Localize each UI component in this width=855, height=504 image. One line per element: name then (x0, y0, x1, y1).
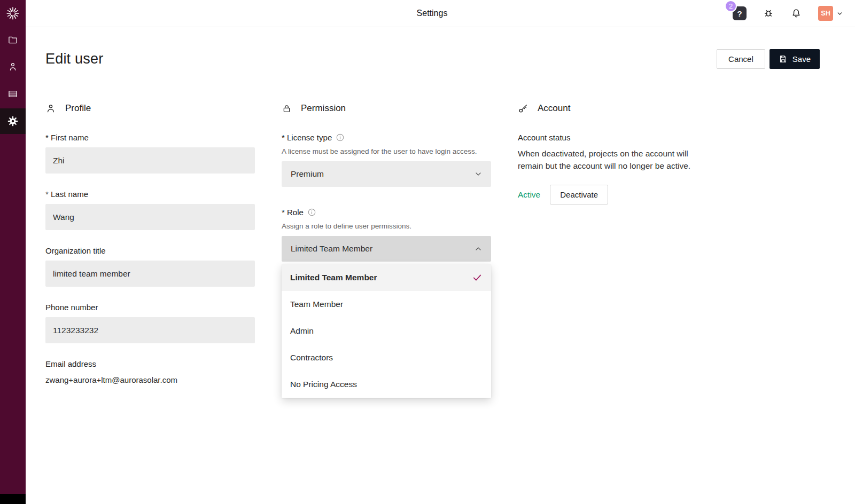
cancel-button-label: Cancel (728, 54, 753, 64)
license-type-select[interactable]: Premium (282, 161, 491, 187)
chevron-up-icon (474, 245, 483, 253)
last-name-input[interactable] (45, 204, 255, 230)
license-type-label: * License type (282, 133, 332, 142)
app: Settings ? 2 (0, 0, 855, 504)
role-value: Limited Team Member (291, 244, 372, 254)
license-type-group: * License type A license must be assigne… (282, 133, 491, 187)
save-button-label: Save (792, 54, 811, 64)
bug-report-button[interactable] (763, 7, 774, 19)
phone-number-label: Phone number (45, 303, 255, 312)
page-head: Edit user Cancel Save (45, 49, 820, 69)
header-actions: ? 2 (733, 6, 843, 21)
sidebar-item-users[interactable] (0, 54, 26, 80)
role-select[interactable]: Limited Team Member (282, 236, 491, 262)
bug-icon (763, 7, 774, 19)
first-name-input[interactable] (45, 147, 255, 174)
role-option-admin[interactable]: Admin (282, 318, 491, 344)
deactivate-button-label: Deactivate (560, 190, 598, 199)
account-status-row: Active Deactivate (518, 185, 716, 204)
license-type-label-row: * License type (282, 133, 491, 142)
top-header: Settings ? 2 (26, 0, 855, 27)
role-option-contractors[interactable]: Contractors (282, 344, 491, 371)
deactivate-button[interactable]: Deactivate (550, 185, 608, 204)
account-status-label: Account status (518, 133, 716, 142)
email-label: Email address (45, 359, 255, 368)
chevron-down-icon (474, 170, 483, 178)
phone-number-input[interactable] (45, 317, 255, 343)
role-option-no-pricing-access[interactable]: No Pricing Access (282, 371, 491, 398)
bell-icon (790, 7, 802, 19)
role-option-label: Limited Team Member (290, 273, 377, 282)
account-status-value: Active (518, 190, 540, 200)
form-columns: Profile * First name * Last name Organiz… (45, 103, 820, 400)
person-icon (45, 103, 56, 114)
chevron-down-icon (836, 10, 843, 17)
sidebar-item-projects[interactable] (0, 27, 26, 52)
app-logo[interactable] (0, 0, 26, 27)
help-button[interactable]: ? 2 (733, 6, 747, 20)
license-type-value: Premium (291, 169, 324, 179)
sidebar-item-settings[interactable] (0, 108, 26, 134)
avatar: SH (818, 6, 833, 21)
cancel-button[interactable]: Cancel (717, 49, 765, 69)
role-group: * Role Assign a role to define user perm… (282, 208, 491, 262)
page-actions: Cancel Save (717, 49, 820, 69)
account-section-head: Account (518, 103, 716, 114)
sidebar-item-tables[interactable] (0, 81, 26, 107)
role-helper: Assign a role to define user permissions… (282, 222, 491, 230)
email-value: zwang+aurora+ltm@aurorasolar.com (45, 375, 255, 384)
organization-title-field: Organization title (45, 246, 255, 287)
last-name-field: * Last name (45, 190, 255, 230)
role-option-label: No Pricing Access (290, 380, 357, 389)
info-icon[interactable] (308, 208, 316, 216)
role-option-team-member[interactable]: Team Member (282, 291, 491, 318)
role-option-limited-team-member[interactable]: Limited Team Member (282, 264, 491, 291)
role-label: * Role (282, 208, 304, 217)
role-option-label: Admin (290, 326, 314, 336)
sidebar (0, 0, 26, 504)
profile-section-title: Profile (65, 103, 91, 114)
user-icon (7, 61, 18, 72)
folder-icon (7, 34, 18, 45)
email-field: Email address zwang+aurora+ltm@aurorasol… (45, 359, 255, 384)
profile-section-head: Profile (45, 103, 255, 114)
license-type-helper: A license must be assigned for the user … (282, 147, 491, 155)
role-option-label: Contractors (290, 353, 333, 363)
account-status-description: When deactivated, projects on the accoun… (518, 147, 716, 172)
first-name-label: * First name (45, 133, 255, 142)
organization-title-input[interactable] (45, 261, 255, 287)
info-icon[interactable] (336, 133, 344, 141)
header-title: Settings (417, 9, 448, 18)
role-label-row: * Role (282, 208, 491, 217)
lock-icon (282, 104, 292, 114)
permission-section-title: Permission (301, 103, 346, 114)
account-section-title: Account (538, 103, 570, 114)
table-icon (7, 89, 18, 99)
main-area: Settings ? 2 (26, 0, 855, 504)
role-dropdown-menu: Limited Team Member Team Member (282, 264, 491, 398)
account-menu[interactable]: SH (818, 6, 843, 21)
sidebar-footer (0, 494, 26, 504)
save-button[interactable]: Save (770, 49, 820, 69)
check-icon (472, 272, 483, 283)
gear-icon (7, 115, 19, 127)
notification-badge: 2 (725, 0, 737, 12)
role-option-label: Team Member (290, 300, 343, 309)
notifications-button[interactable] (790, 7, 802, 19)
key-icon (518, 103, 528, 114)
sunburst-logo-icon (6, 6, 20, 20)
page-title: Edit user (45, 51, 103, 67)
save-icon (779, 54, 788, 64)
last-name-label: * Last name (45, 190, 255, 199)
organization-title-label: Organization title (45, 246, 255, 255)
permission-section: Permission * License type (282, 103, 491, 400)
account-section: Account Account status When deactivated,… (518, 103, 716, 400)
permission-section-head: Permission (282, 103, 491, 114)
first-name-field: * First name (45, 133, 255, 174)
profile-section: Profile * First name * Last name Organiz… (45, 103, 255, 400)
phone-number-field: Phone number (45, 303, 255, 343)
content: Edit user Cancel Save (26, 27, 855, 504)
